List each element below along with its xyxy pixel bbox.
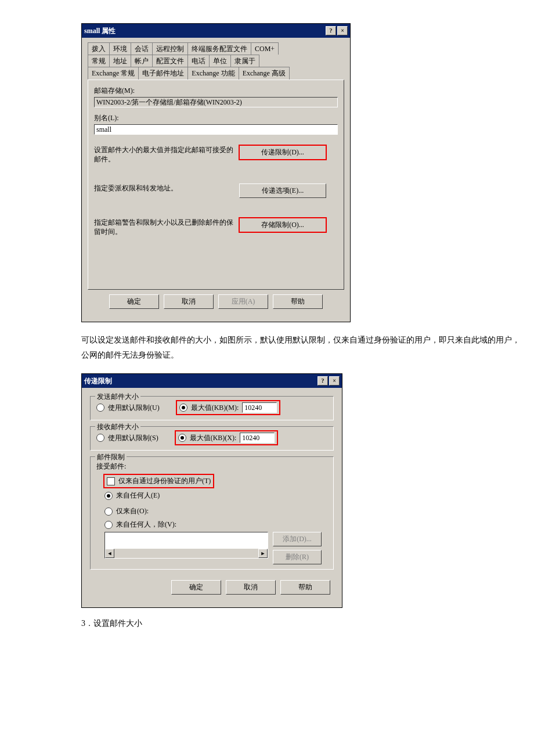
tab-account[interactable]: 帐户 (131, 55, 153, 67)
alias-input[interactable] (94, 124, 338, 135)
radio-icon (104, 507, 113, 516)
cancel-button[interactable]: 取消 (226, 580, 276, 595)
titlebar[interactable]: 传递限制 ? × (82, 374, 342, 388)
tab-profile[interactable]: 配置文件 (152, 55, 188, 67)
recv-max-label: 最大值(KB)(X): (190, 433, 237, 443)
recv-max-radio[interactable]: 最大值(KB)(X): (178, 433, 237, 443)
accept-label: 接受邮件: (96, 462, 327, 471)
everyone-except-label: 来自任何人，除(V): (116, 520, 176, 530)
scrollbar-horizontal[interactable]: ◄ ► (105, 549, 268, 558)
help-button[interactable]: 帮助 (280, 580, 330, 595)
send-size-group: 发送邮件大小 使用默认限制(U) 最大值(KB)(M): (90, 396, 334, 420)
delivery-limit-dialog: 传递限制 ? × 发送邮件大小 使用默认限制(U) 最大值(KB)(M (81, 373, 342, 608)
send-max-label: 最大值(KB)(M): (191, 403, 239, 413)
tab-org[interactable]: 单位 (209, 55, 231, 67)
tab-memberof[interactable]: 隶属于 (230, 55, 259, 67)
apply-button[interactable]: 应用(A) (218, 294, 268, 309)
tab-dialin[interactable]: 拨入 (88, 42, 110, 55)
tab-exchange-advanced[interactable]: Exchange 高级 (239, 67, 290, 80)
everyone-except-radio[interactable]: 来自任何人，除(V): (96, 520, 327, 530)
auth-only-label: 仅来自通过身份验证的用户(T) (118, 476, 211, 486)
tab-address[interactable]: 地址 (109, 55, 131, 67)
mailbox-store-label: 邮箱存储(M): (94, 86, 338, 96)
radio-icon (104, 521, 113, 529)
properties-dialog: small 属性 ? × 拨入 环境 会话 远程控制 终端服务配置文件 COM+… (81, 23, 351, 322)
from-everyone-label: 来自任何人(E) (116, 491, 160, 501)
send-default-radio[interactable]: 使用默认限制(U) (96, 403, 160, 413)
only-from-label: 仅来自(O): (116, 506, 149, 516)
send-default-label: 使用默认限制(U) (108, 403, 160, 413)
storage-limit-button[interactable]: 存储限制(O)... (239, 218, 326, 232)
add-button[interactable]: 添加(D)... (273, 532, 322, 546)
close-icon[interactable]: × (337, 26, 348, 35)
delivery-limit-button[interactable]: 传递限制(D)... (239, 145, 326, 160)
dialog-title: small 属性 (84, 26, 116, 36)
alias-label: 别名(L): (94, 113, 338, 123)
recv-size-legend: 接收邮件大小 (95, 422, 140, 432)
radio-icon (96, 404, 104, 412)
only-from-radio[interactable]: 仅来自(O): (96, 506, 327, 516)
tab-env[interactable]: 环境 (109, 42, 131, 55)
tab-exchange-features[interactable]: Exchange 功能 (187, 67, 239, 80)
radio-icon (96, 434, 104, 442)
cancel-button[interactable]: 取消 (164, 294, 214, 309)
ok-button[interactable]: 确定 (109, 294, 159, 309)
help-button[interactable]: 帮助 (273, 294, 323, 309)
scroll-left-icon[interactable]: ◄ (105, 549, 114, 558)
tab-email-addr[interactable]: 电子邮件地址 (138, 67, 188, 80)
mail-restrict-legend: 邮件限制 (95, 452, 127, 462)
tab-general[interactable]: 常规 (88, 55, 110, 67)
delivery-options-desc: 指定委派权限和转发地址。 (94, 183, 239, 193)
tab-panel: 邮箱存储(M): WIN2003-2/第一个存储组/邮箱存储(WIN2003-2… (88, 80, 344, 290)
from-everyone-radio[interactable]: 来自任何人(E) (96, 491, 327, 501)
tab-complus[interactable]: COM+ (251, 42, 279, 55)
radio-icon (179, 404, 187, 412)
section-heading-3: 3．设置邮件大小 (81, 618, 499, 629)
tab-phone[interactable]: 电话 (187, 55, 210, 67)
delivery-options-button[interactable]: 传递选项(E)... (239, 183, 326, 198)
recv-size-group: 接收邮件大小 使用默认限制(S) 最大值(KB)(X): (90, 426, 334, 451)
mailbox-store-value: WIN2003-2/第一个存储组/邮箱存储(WIN2003-2) (94, 97, 338, 107)
body-paragraph-1: 可以设定发送邮件和接收邮件的大小，如图所示，默认使用默认限制，仅来自通过身份验证… (81, 333, 522, 363)
mail-restrict-group: 邮件限制 接受邮件: 仅来自通过身份验证的用户(T) 来自任何人(E) (90, 456, 334, 570)
ok-button[interactable]: 确定 (171, 580, 221, 595)
tab-remote[interactable]: 远程控制 (152, 42, 188, 55)
tab-session[interactable]: 会话 (131, 42, 153, 55)
remove-button[interactable]: 删除(R) (273, 550, 322, 564)
help-icon[interactable]: ? (326, 26, 336, 35)
radio-icon (178, 434, 186, 442)
auth-only-checkbox[interactable]: 仅来自通过身份验证的用户(T) (107, 476, 211, 486)
send-max-radio[interactable]: 最大值(KB)(M): (179, 403, 239, 413)
titlebar[interactable]: small 属性 ? × (82, 24, 350, 38)
recv-max-input[interactable] (240, 433, 275, 443)
delivery-limit-desc: 设置邮件大小的最大值并指定此邮箱可接受的邮件。 (94, 145, 239, 164)
scroll-right-icon[interactable]: ► (258, 549, 268, 558)
radio-icon (104, 492, 113, 500)
storage-limit-desc: 指定邮箱警告和限制大小以及已删除邮件的保留时间。 (94, 218, 239, 236)
recv-default-radio[interactable]: 使用默认限制(S) (96, 433, 158, 443)
tab-exchange-general[interactable]: Exchange 常规 (88, 67, 139, 80)
send-max-input[interactable] (242, 402, 277, 413)
dialog-title: 传递限制 (84, 376, 112, 386)
close-icon[interactable]: × (329, 376, 340, 386)
send-size-legend: 发送邮件大小 (95, 392, 140, 402)
checkbox-icon (107, 477, 115, 485)
recv-default-label: 使用默认限制(S) (108, 433, 158, 443)
help-icon[interactable]: ? (317, 376, 328, 386)
exception-listbox[interactable]: ◄ ► (104, 532, 268, 559)
tab-strip: 拨入 环境 会话 远程控制 终端服务配置文件 COM+ 常规 地址 帐户 配置文… (88, 42, 344, 80)
tab-ts-profile[interactable]: 终端服务配置文件 (187, 42, 251, 55)
